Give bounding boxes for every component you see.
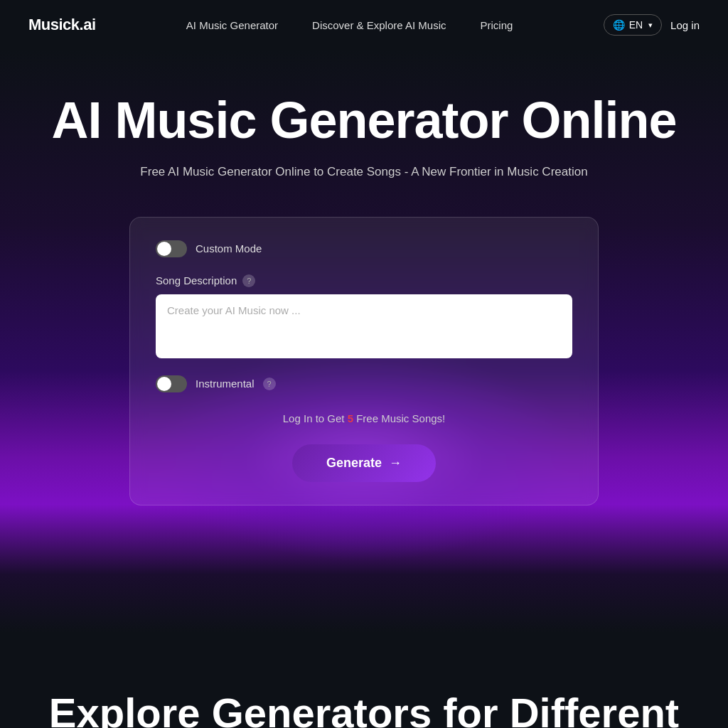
generate-button[interactable]: Generate →: [292, 444, 436, 482]
generate-button-label: Generate: [326, 456, 382, 471]
song-description-help-icon[interactable]: ?: [242, 274, 255, 287]
language-label: EN: [629, 19, 643, 31]
nav-link-discover-explore[interactable]: Discover & Explore AI Music: [312, 19, 446, 31]
section-title-line1: Explore Generators for Different: [49, 690, 679, 728]
nav-links: AI Music Generator Discover & Explore AI…: [186, 19, 513, 31]
free-songs-number: 5: [348, 412, 353, 424]
help-icon-symbol: ?: [247, 277, 251, 285]
song-description-label-row: Song Description ?: [156, 274, 572, 287]
generate-arrow-icon: →: [389, 456, 402, 471]
custom-mode-row: Custom Mode: [156, 240, 572, 257]
free-songs-text: Log In to Get 5 Free Music Songs!: [156, 412, 572, 424]
nav-link-ai-music-generator[interactable]: AI Music Generator: [186, 19, 278, 31]
instrumental-toggle[interactable]: [156, 375, 187, 392]
hero-section: AI Music Generator Online Free AI Music …: [0, 50, 728, 633]
nav-link-pricing[interactable]: Pricing: [480, 19, 513, 31]
free-songs-suffix: Free Music Songs!: [353, 412, 445, 424]
hero-title: AI Music Generator Online: [14, 92, 714, 149]
chevron-down-icon: ▾: [648, 21, 653, 30]
free-songs-prefix: Log In to Get: [283, 412, 348, 424]
bottom-section: Explore Generators for Different Music G…: [0, 633, 728, 728]
instrumental-row: Instrumental ?: [156, 375, 572, 392]
navbar: Musick.ai AI Music Generator Discover & …: [0, 0, 728, 50]
nav-right: 🌐 EN ▾ Log in: [604, 14, 700, 36]
globe-icon: 🌐: [613, 19, 625, 31]
generator-card: Custom Mode Song Description ? Instrumen…: [129, 217, 599, 505]
instrumental-help-icon[interactable]: ?: [263, 378, 276, 390]
logo[interactable]: Musick.ai: [28, 16, 96, 34]
custom-mode-toggle[interactable]: [156, 240, 187, 257]
section-title: Explore Generators for Different Music G…: [28, 690, 700, 728]
instrumental-help-symbol: ?: [267, 380, 271, 388]
hero-subtitle: Free AI Music Generator Online to Create…: [14, 163, 714, 181]
song-description-label: Song Description: [156, 274, 237, 287]
language-selector[interactable]: 🌐 EN ▾: [604, 14, 662, 36]
login-button[interactable]: Log in: [670, 19, 700, 31]
song-description-input[interactable]: [156, 294, 572, 358]
custom-mode-label: Custom Mode: [196, 242, 262, 255]
instrumental-label: Instrumental: [196, 378, 255, 390]
